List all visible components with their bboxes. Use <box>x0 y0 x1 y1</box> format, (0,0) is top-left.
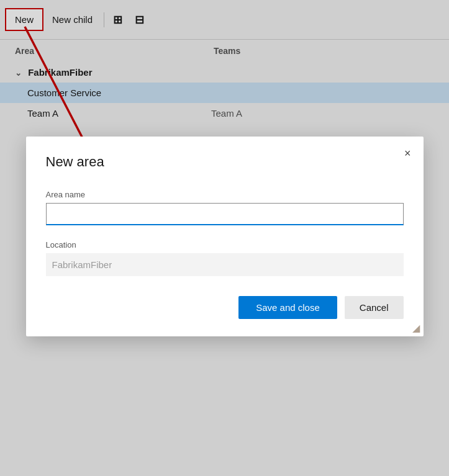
location-label: Location <box>46 240 404 249</box>
area-name-input[interactable] <box>46 203 404 225</box>
cancel-button[interactable]: Cancel <box>345 296 404 319</box>
modal-close-button[interactable]: × <box>404 148 411 159</box>
modal-overlay: New area × Area name Location FabrikamFi… <box>0 0 449 476</box>
modal-actions: Save and close Cancel <box>46 296 404 319</box>
location-value: FabrikamFiber <box>46 253 404 276</box>
modal-title: New area <box>46 154 404 170</box>
area-name-label: Area name <box>46 190 404 199</box>
new-area-modal: New area × Area name Location FabrikamFi… <box>26 137 424 336</box>
save-and-close-button[interactable]: Save and close <box>238 296 337 319</box>
resize-handle-icon: ◢ <box>412 322 420 334</box>
